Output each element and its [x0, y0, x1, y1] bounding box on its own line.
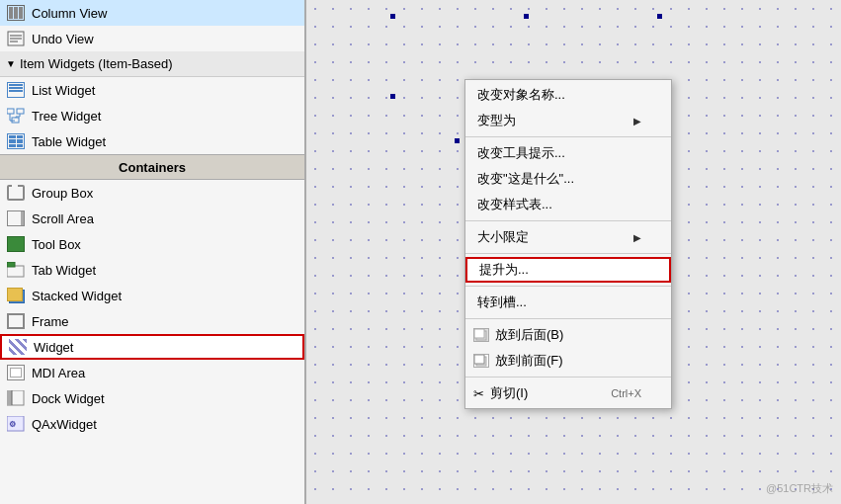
- table-icon: [6, 131, 26, 151]
- canvas-panel: 改变对象名称... 变型为 ▶ 改变工具提示... 改变"这是什么"... 改变…: [306, 0, 841, 504]
- frame-icon: [6, 311, 26, 331]
- svg-rect-20: [474, 329, 484, 338]
- frame-item[interactable]: Frame: [0, 308, 304, 334]
- svg-rect-22: [474, 355, 484, 364]
- ctx-cut[interactable]: ✂ 剪切(I) Ctrl+X: [465, 380, 671, 406]
- scroll-icon: [6, 209, 26, 228]
- front-icon: [473, 354, 489, 368]
- ctx-sep-6: [465, 377, 671, 378]
- anchor-point: [390, 14, 395, 19]
- canvas-area[interactable]: 改变对象名称... 变型为 ▶ 改变工具提示... 改变"这是什么"... 改变…: [306, 0, 841, 504]
- ctx-send-back[interactable]: 放到后面(B): [465, 322, 671, 348]
- widget-item[interactable]: Widget: [0, 334, 304, 360]
- ctx-tooltip[interactable]: 改变工具提示...: [465, 140, 671, 166]
- groupbox-icon: [6, 183, 26, 203]
- ctx-sep-2: [465, 220, 671, 221]
- qaxwidget-item[interactable]: ⚙ QAxWidget: [0, 411, 304, 437]
- ctx-goto-slot[interactable]: 转到槽...: [465, 290, 671, 315]
- undo-view-item[interactable]: Undo View: [0, 26, 304, 51]
- toolbox-icon: [6, 234, 26, 254]
- anchor-point: [657, 14, 662, 19]
- ctx-promote[interactable]: 提升为...: [465, 257, 671, 283]
- qax-icon: ⚙: [6, 414, 26, 434]
- svg-rect-12: [7, 266, 24, 277]
- list-icon: [6, 80, 26, 100]
- ctx-rename[interactable]: 改变对象名称...: [465, 82, 671, 108]
- ctx-morph-arrow: ▶: [633, 116, 641, 126]
- back-icon: [473, 328, 489, 342]
- anchor-point: [455, 138, 460, 143]
- ctx-sep-5: [465, 318, 671, 319]
- undo-view-icon: [6, 29, 26, 48]
- ctx-whatsthis[interactable]: 改变"这是什么"...: [465, 166, 671, 192]
- stacked-icon: [6, 286, 26, 305]
- ctx-stylesheet[interactable]: 改变样式表...: [465, 192, 671, 217]
- toolbox-item[interactable]: Tool Box: [0, 231, 304, 257]
- ctx-size-arrow: ▶: [633, 232, 641, 243]
- ctx-bring-front[interactable]: 放到前面(F): [465, 348, 671, 374]
- ctx-size-limit[interactable]: 大小限定 ▶: [465, 224, 671, 250]
- svg-rect-5: [17, 109, 24, 114]
- context-menu: 改变对象名称... 变型为 ▶ 改变工具提示... 改变"这是什么"... 改变…: [464, 79, 672, 409]
- tree-widget-item[interactable]: Tree Widget: [0, 103, 304, 128]
- stacked-widget-item[interactable]: Stacked Widget: [0, 283, 304, 308]
- ctx-sep-3: [465, 253, 671, 254]
- dock-widget-item[interactable]: Dock Widget: [0, 385, 304, 411]
- svg-rect-4: [7, 109, 14, 114]
- watermark: @51CTR技术: [766, 481, 833, 496]
- mdi-area-item[interactable]: MDI Area: [0, 360, 304, 385]
- list-widget-item[interactable]: List Widget: [0, 77, 304, 103]
- category-arrow: ▼: [6, 58, 16, 69]
- tabwidget-icon: [6, 260, 26, 280]
- table-widget-item[interactable]: Table Widget: [0, 128, 304, 154]
- widget-panel: Column View Undo View ▼ Item Widgets (It…: [0, 0, 306, 504]
- mdi-icon: [6, 363, 26, 382]
- svg-rect-13: [7, 262, 15, 267]
- anchor-point: [524, 14, 529, 19]
- tree-icon: [6, 106, 26, 126]
- tabwidget-item[interactable]: Tab Widget: [0, 257, 304, 283]
- svg-rect-15: [7, 390, 12, 405]
- ctx-morph[interactable]: 变型为 ▶: [465, 108, 671, 133]
- dock-icon: [6, 388, 26, 408]
- widget-icon: [8, 337, 28, 357]
- column-view-icon: [6, 3, 26, 23]
- column-view-item[interactable]: Column View: [0, 0, 304, 26]
- scissors-icon: ✂: [473, 386, 484, 401]
- category-containers[interactable]: Containers: [0, 154, 304, 180]
- svg-text:⚙: ⚙: [9, 420, 16, 429]
- ctx-sep-1: [465, 136, 671, 137]
- category-item-based[interactable]: ▼ Item Widgets (Item-Based): [0, 51, 304, 77]
- ctx-sep-4: [465, 286, 671, 287]
- scroll-area-item[interactable]: Scroll Area: [0, 206, 304, 231]
- anchor-point: [390, 94, 395, 99]
- groupbox-item[interactable]: Group Box: [0, 180, 304, 206]
